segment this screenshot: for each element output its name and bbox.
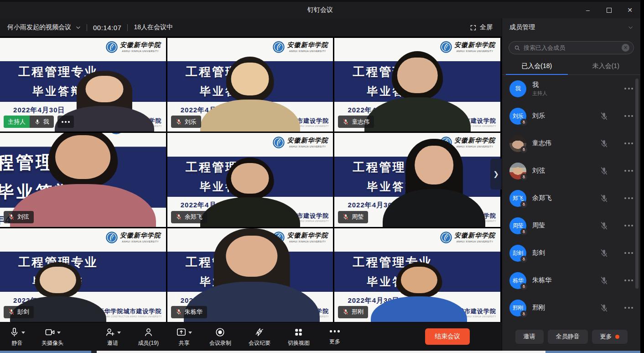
member-mic-muted-icon[interactable] [600,139,608,148]
member-more-button[interactable] [624,88,633,90]
next-page-button[interactable]: ❯ [490,158,502,190]
person-torso [371,296,467,322]
mic-muted-icon [343,119,349,125]
camera-off-button[interactable]: 关摄像头 [42,326,63,347]
university-logo: 安徽新华学院 ANHUI XINHUA UNIVERSITY [106,232,161,243]
member-more-button[interactable] [624,252,633,254]
member-row[interactable]: 我 我 主持人 [502,75,640,102]
university-name-cn: 安徽新华学院 [454,232,495,240]
screen: 钉钉会议 – ✕ 何小雨发起的视频会议 00:14:07 18人在会议中 [0,0,644,353]
member-search-box[interactable]: ✕ [509,41,634,54]
video-tile[interactable]: 安徽新华学院 ANHUI XINHUA UNIVERSITY 工程管理专业 毕业… [0,228,166,322]
video-tile[interactable]: 安徽新华学院 ANHUI XINHUA UNIVERSITY 工程管理专业 毕业… [334,38,500,132]
share-screen-button[interactable]: 共享 [176,326,192,347]
mic-muted-icon [522,285,526,289]
fullscreen-button[interactable]: 全屏 [470,23,493,32]
switch-view-button[interactable]: 切换视图 [288,326,310,347]
clear-search-icon[interactable]: ✕ [622,44,629,52]
share-screen-icon [176,327,187,337]
member-avatar: 我 [509,80,526,97]
camera-options-caret[interactable] [57,332,61,334]
university-emblem-icon [106,232,118,243]
invite-members-button[interactable]: 邀请 [515,330,544,344]
video-tile[interactable]: 安徽新华学院 ANHUI XINHUA UNIVERSITY 工程管理专业 毕业… [334,133,500,227]
mic-options-caret[interactable] [21,332,25,334]
mic-muted-icon [522,257,526,261]
university-logo: 安徽新华学院 ANHUI XINHUA UNIVERSITY [440,232,495,243]
chevron-down-icon[interactable] [76,25,81,30]
avatar-mute-badge [520,119,527,126]
member-more-button[interactable] [624,225,633,227]
video-tile[interactable]: 安徽新华学院 ANHUI XINHUA UNIVERSITY 工程管理专业 毕业… [167,133,333,227]
member-tabs: 已入会(18) 未入会(1) [502,58,640,75]
member-mic-muted-icon[interactable] [600,249,608,258]
desktop-bottom-edge [0,351,640,353]
video-tile[interactable]: 安徽新华学院 ANHUI XINHUA UNIVERSITY 工程管理专业 毕业… [0,133,166,227]
mic-muted-icon [343,309,349,315]
member-mic-muted-icon[interactable] [600,276,608,285]
minutes-button[interactable]: 会议纪要 [249,326,270,347]
avatar-mute-badge [520,146,527,153]
meeting-title[interactable]: 何小雨发起的视频会议 [7,23,71,32]
member-mic-muted-icon[interactable] [600,194,608,203]
person-face [401,267,437,293]
member-more-button[interactable] [624,142,633,144]
members-button[interactable]: 成员(19) [138,326,159,347]
close-button[interactable]: ✕ [619,2,640,18]
university-name-cn: 安徽新华学院 [287,137,328,145]
person-face [397,58,437,93]
participant-video [364,51,471,132]
tile-more-button[interactable] [57,116,74,128]
member-row[interactable]: 刘弦 [502,157,640,184]
member-name: 刘乐 [532,112,594,120]
member-row[interactable]: 刘乐 刘乐 [502,102,640,130]
collapse-panel-chevron-icon[interactable] [628,25,633,30]
member-row[interactable]: 彭剑 彭剑 [502,239,640,267]
member-mic-muted-icon[interactable] [600,167,608,175]
member-list-scrollbar[interactable] [635,79,639,289]
member-more-button[interactable] [624,170,633,172]
member-more-button[interactable] [624,197,633,199]
dingtalk-meeting-window: 钉钉会议 – ✕ 何小雨发起的视频会议 00:14:07 18人在会议中 [0,0,640,353]
member-name: 邢刚 [532,304,594,312]
mute-button[interactable]: 静音 [9,326,25,347]
minimize-button[interactable]: – [577,2,598,18]
video-tile[interactable]: 安徽新华学院 ANHUI XINHUA UNIVERSITY 工程管理专业 毕业… [334,228,500,322]
video-tile[interactable]: 安徽新华学院 ANHUI XINHUA UNIVERSITY 工程管理专业 毕业… [167,228,333,322]
member-name: 刘弦 [532,167,594,175]
member-row[interactable]: 童志伟 [502,130,640,157]
invite-person-icon [105,327,115,337]
member-mic-muted-icon[interactable] [600,221,608,230]
end-meeting-button[interactable]: 结束会议 [425,328,470,345]
member-search-input[interactable] [524,44,618,51]
tab-not-joined[interactable]: 未入会(1) [571,58,641,74]
panel-more-button[interactable]: 更多 [592,330,628,344]
university-emblem-icon [273,137,285,148]
member-mic-muted-icon[interactable] [600,112,608,121]
university-name-en: ANHUI XINHUA UNIVERSITY [289,50,326,53]
more-button[interactable]: 更多 [327,326,343,347]
maximize-button[interactable] [598,2,619,18]
video-tile[interactable]: 安徽新华学院 ANHUI XINHUA UNIVERSITY 工程管理专业 毕业… [0,38,166,132]
member-row[interactable]: 邢刚 邢刚 [502,294,640,321]
participant-name: 周莹 [352,213,364,221]
member-row[interactable]: 郑飞 余郑飞 [502,184,640,212]
mic-muted-icon [522,175,526,179]
member-row[interactable]: 周莹 周莹 [502,212,640,239]
invite-options-caret[interactable] [117,332,121,334]
member-more-button[interactable] [624,115,633,117]
member-role: 主持人 [532,90,618,97]
member-row[interactable]: 栋华 朱栋华 [502,267,640,294]
record-button[interactable]: 会议录制 [209,326,231,347]
person-torso [364,97,471,132]
tab-joined[interactable]: 已入会(18) [502,58,571,74]
member-more-button[interactable] [624,307,633,309]
video-tile[interactable]: 安徽新华学院 ANHUI XINHUA UNIVERSITY 工程管理专业 毕业… [167,38,333,132]
share-options-caret[interactable] [188,332,192,334]
invite-button[interactable]: 邀请 [105,326,121,347]
mute-all-button[interactable]: 全员静音 [548,330,588,344]
member-mic-muted-icon[interactable] [600,304,608,312]
chevron-right-icon: ❯ [493,170,499,178]
participant-name: 刘乐 [185,118,197,126]
member-more-button[interactable] [624,279,633,281]
